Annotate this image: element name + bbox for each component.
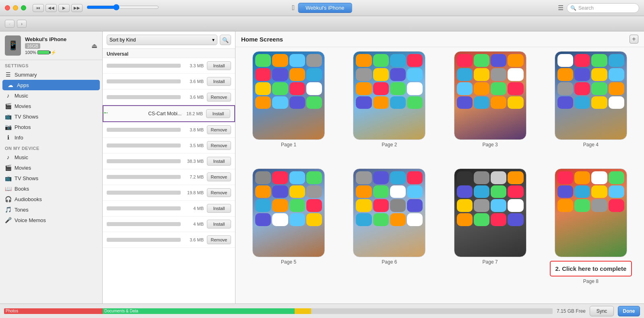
install-button[interactable]: Install [207,220,231,229]
sidebar-item-voicememos[interactable]: 🎤 Voice Memos [0,215,102,225]
app-name-blurred [107,95,181,99]
minimize-button[interactable] [13,5,18,10]
screen-page-3[interactable]: Page 3 [443,51,538,163]
app-item: 3.6 MB Remove [103,89,235,105]
cscart-app-size: 18.2 MB [185,111,203,116]
play-button[interactable]: ▶ [58,4,70,12]
screen-apps-grid [353,52,425,139]
sidebar-item-label: Apps [17,82,29,88]
sidebar-item-info[interactable]: ℹ Info [0,132,102,143]
install-button[interactable]: Install [207,77,231,86]
summary-icon: ☰ [5,71,11,78]
sidebar-item-tones[interactable]: 🎵 Tones [0,204,102,215]
storage-photos-segment: Photos [4,308,103,314]
sidebar-item-books[interactable]: 📖 Books [0,183,102,194]
remove-button[interactable]: Remove [207,173,231,181]
tones-icon: 🎵 [5,206,11,213]
nav-forward-button[interactable]: › [17,20,27,28]
eject-button[interactable]: ⏏ [91,42,97,50]
search-bar[interactable]: 🔍 Search [567,3,639,13]
screen-apps-grid [454,169,526,257]
app-size: 3.6 MB [186,95,204,100]
screen-page-7[interactable]: Page 7 [443,168,538,299]
sidebar-item-movies[interactable]: 🎬 Movies [0,101,102,111]
back-arrow[interactable]: ⏮ [33,4,44,12]
close-button[interactable] [5,5,10,10]
sort-select[interactable]: Sort by Kind ▾ [107,35,217,45]
install-arrow-icon [103,111,107,115]
apps-search-button[interactable]: 🔍 [220,35,231,45]
done-button[interactable]: Done [618,306,640,316]
screen-page-4[interactable]: Page 4 [543,51,638,163]
sidebar-item-movies-device[interactable]: 🎬 Movies [0,162,102,173]
docs-storage-label: Documents & Data [103,309,138,313]
progress-slider[interactable] [87,4,159,10]
screen-page-2[interactable]: Page 2 [342,51,437,163]
remove-button[interactable]: Remove [207,188,231,197]
list-view-icon[interactable]: ☰ [558,4,564,12]
app-size: 3.6 MB [186,79,204,84]
nav-controls: ⏮ ◀◀ ▶ ▶▶ [33,4,83,12]
sidebar-item-music-device[interactable]: ♪ Music [0,152,102,162]
screen-page-8[interactable]: 2. Click here to complete Page 8 [543,168,638,299]
screen-apps-grid [454,52,526,139]
remove-button[interactable]: Remove [207,141,231,150]
screen-thumb-4 [555,51,627,140]
screen-thumb-1 [252,51,325,140]
traffic-lights [5,5,26,10]
remove-button[interactable]: Remove [207,93,231,102]
install-button[interactable]: Install [207,204,231,213]
nav-back-button[interactable]: ‹ [5,20,14,28]
app-size: 4 MB [186,222,204,227]
sidebar-item-audiobooks[interactable]: 🎧 Audiobooks [0,194,102,204]
movies2-icon: 🎬 [5,164,11,171]
settings-section-label: Settings [0,60,102,69]
sidebar-item-tvshows[interactable]: 📺 TV Shows [0,111,102,122]
screen-label-2: Page 2 [382,142,397,148]
sidebar-item-apps[interactable]: ☁ Apps [2,80,100,90]
add-screen-button[interactable]: + [630,35,638,44]
screen-page-5[interactable]: Page 5 [241,168,336,299]
remove-button[interactable]: Remove [207,235,231,244]
app-name-blurred [107,238,181,242]
app-name-blurred [107,206,181,210]
storage-other-segment [295,308,311,314]
app-item: 4 MB Install [103,216,235,232]
title-center:  Webkul's iPhone [292,3,352,13]
audiobooks-icon: 🎧 [5,196,11,202]
app-item: 19.8 MB Remove [103,185,235,201]
screen-apps-grid [555,52,627,139]
install-button[interactable]: Install [207,61,231,70]
screen-page-6[interactable]: Page 6 [342,168,437,299]
app-item: 3.6 MB Remove [103,232,235,248]
fast-forward-button[interactable]: ▶▶ [71,4,83,12]
tvshows2-icon: 📺 [5,175,11,181]
install-button[interactable]: Install [207,157,231,166]
app-item: 7.2 MB Remove [103,169,235,185]
rewind-button[interactable]: ◀◀ [45,4,57,12]
sidebar-item-label: Summary [14,72,37,78]
screen-label-4: Page 4 [583,142,599,148]
remove-button[interactable]: Remove [207,125,231,134]
app-name-blurred [107,128,181,132]
home-panel-header: Home Screens + [235,31,644,47]
app-size: 3.6 MB [186,237,204,242]
screen-label-8: Page 8 [583,279,599,284]
device-title-button[interactable]: Webkul's iPhone [298,3,352,13]
sidebar-item-photos[interactable]: 📷 Photos [0,122,102,132]
sidebar-item-summary[interactable]: ☰ Summary [0,69,102,80]
maximize-button[interactable] [21,5,26,10]
screen-thumb-5 [252,168,325,257]
sidebar-item-tvshows-device[interactable]: 📺 TV Shows [0,173,102,183]
sync-button[interactable]: Sync [590,306,614,316]
photos-storage-label: Photos [4,309,18,313]
info-icon: ℹ [5,134,11,141]
cscart-install-button[interactable]: Install [206,109,230,118]
app-size: 19.8 MB [186,190,204,195]
device-name: Webkul's iPhone [25,36,87,42]
sort-dropdown-icon: ▾ [212,37,215,43]
tvshows-icon: 📺 [5,113,11,120]
sidebar-item-music[interactable]: ♪ Music [0,90,102,101]
screen-page-1[interactable]: Page 1 [241,51,336,163]
sidebar-item-label: Voice Memos [14,217,46,223]
